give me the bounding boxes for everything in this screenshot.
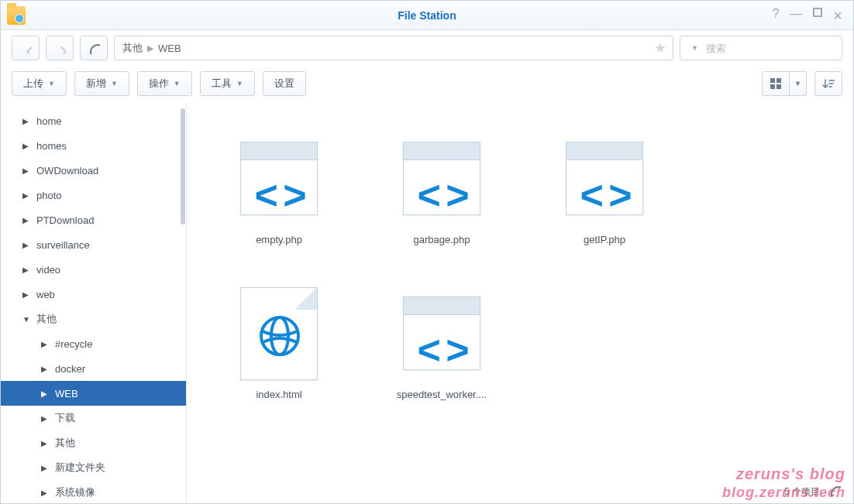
tree-item-新建文件夹[interactable]: ▶新建文件夹 bbox=[1, 455, 186, 480]
chevron-right-icon[interactable]: ▶ bbox=[41, 340, 49, 348]
view-dropdown-icon[interactable]: ▼ bbox=[790, 71, 807, 96]
file-station-window: File Station ? — × 其他 ▶ WEB ★ ▼ 上传▼ 新增▼ … bbox=[0, 0, 854, 504]
file-item[interactable]: < >empty.php bbox=[198, 113, 360, 268]
html-file-icon bbox=[236, 291, 322, 376]
chevron-right-icon[interactable]: ▶ bbox=[22, 266, 30, 274]
breadcrumb-separator: ▶ bbox=[147, 43, 153, 53]
tree-item-homes[interactable]: ▶homes bbox=[1, 133, 186, 158]
chevron-right-icon[interactable]: ▶ bbox=[22, 191, 30, 200]
window-title: File Station bbox=[1, 9, 853, 22]
settings-button[interactable]: 设置 bbox=[263, 71, 306, 96]
svg-rect-4 bbox=[770, 84, 775, 89]
tree-item-WEB[interactable]: ▶WEB bbox=[1, 381, 186, 406]
action-button[interactable]: 操作▼ bbox=[137, 71, 192, 96]
breadcrumb[interactable]: 其他 ▶ WEB ★ bbox=[114, 36, 673, 60]
svg-rect-3 bbox=[777, 78, 781, 83]
chevron-right-icon[interactable]: ▶ bbox=[22, 290, 30, 299]
file-name: speedtest_worker.... bbox=[397, 389, 487, 400]
breadcrumb-item[interactable]: 其他 bbox=[122, 41, 143, 55]
tree-item-下载[interactable]: ▶下载 bbox=[1, 406, 186, 430]
search-dropdown-icon[interactable]: ▼ bbox=[691, 44, 698, 52]
upload-button[interactable]: 上传▼ bbox=[12, 71, 67, 96]
toolbar: 上传▼ 新增▼ 操作▼ 工具▼ 设置 ▼ bbox=[1, 66, 853, 101]
chevron-right-icon[interactable]: ▶ bbox=[22, 216, 30, 225]
file-name: garbage.php bbox=[413, 234, 470, 245]
chevron-right-icon[interactable]: ▶ bbox=[22, 166, 30, 175]
file-item[interactable]: < >speedtest_worker.... bbox=[360, 268, 523, 423]
tree-item-home[interactable]: ▶home bbox=[1, 108, 186, 133]
tree-item-label: 系统镜像 bbox=[55, 485, 95, 499]
tree-item-label: OWDownload bbox=[36, 165, 98, 177]
chevron-right-icon[interactable]: ▶ bbox=[41, 389, 49, 398]
view-grid-icon[interactable] bbox=[762, 71, 790, 96]
body: ▶home▶homes▶OWDownload▶photo▶PTDownload▶… bbox=[1, 101, 853, 503]
code-file-icon: < > bbox=[562, 136, 647, 221]
tree-item-label: homes bbox=[36, 140, 67, 152]
search-input[interactable] bbox=[706, 43, 836, 54]
chevron-right-icon[interactable]: ▶ bbox=[41, 365, 49, 373]
tree-item-docker[interactable]: ▶docker bbox=[1, 356, 186, 381]
tree-item-label: WEB bbox=[55, 388, 78, 399]
tree-item-label: home bbox=[36, 115, 62, 127]
tree-item-label: docker bbox=[55, 363, 85, 375]
tools-button[interactable]: 工具▼ bbox=[200, 71, 255, 96]
tree-item-label: 其他 bbox=[55, 436, 75, 450]
file-item[interactable]: < >garbage.php bbox=[360, 113, 523, 268]
breadcrumb-item[interactable]: WEB bbox=[158, 43, 181, 54]
tree-item-label: PTDownload bbox=[36, 214, 94, 226]
statusbar: 5 个项目 bbox=[784, 480, 853, 503]
chevron-right-icon[interactable]: ▶ bbox=[22, 117, 30, 125]
tree-item-label: photo bbox=[36, 190, 62, 201]
tree-item-label: surveillance bbox=[36, 239, 90, 251]
view-mode-button[interactable]: ▼ bbox=[762, 71, 807, 96]
refresh-icon[interactable] bbox=[829, 485, 841, 499]
back-button[interactable] bbox=[12, 36, 40, 60]
create-button[interactable]: 新增▼ bbox=[74, 71, 129, 96]
chevron-down-icon[interactable]: ▼ bbox=[22, 315, 30, 324]
svg-rect-2 bbox=[770, 78, 775, 83]
code-file-icon: < > bbox=[399, 136, 484, 221]
file-name: empty.php bbox=[256, 234, 302, 245]
tree-item-label: #recycle bbox=[55, 338, 92, 350]
tree-item-label: 下载 bbox=[55, 411, 75, 425]
tree-item-web[interactable]: ▶web bbox=[1, 282, 186, 307]
tree-item-surveillance[interactable]: ▶surveillance bbox=[1, 232, 186, 257]
tree-item-OWDownload[interactable]: ▶OWDownload bbox=[1, 158, 186, 183]
file-name: getIP.php bbox=[584, 234, 625, 245]
code-file-icon: < > bbox=[399, 291, 484, 376]
tree-item-label: web bbox=[36, 289, 55, 300]
search-box[interactable]: ▼ bbox=[680, 36, 842, 60]
tree-item-其他[interactable]: ▼其他 bbox=[1, 307, 186, 331]
tree-item-PTDownload[interactable]: ▶PTDownload bbox=[1, 207, 186, 232]
code-file-icon: < > bbox=[236, 136, 322, 221]
file-name: index.html bbox=[256, 389, 301, 400]
chevron-right-icon[interactable]: ▶ bbox=[41, 414, 49, 423]
svg-rect-5 bbox=[777, 84, 781, 89]
item-count: 5 个项目 bbox=[784, 485, 820, 499]
tree-item-label: 新建文件夹 bbox=[55, 461, 105, 475]
tree-item-系统镜像[interactable]: ▶系统镜像 bbox=[1, 480, 186, 503]
sidebar[interactable]: ▶home▶homes▶OWDownload▶photo▶PTDownload▶… bbox=[1, 102, 187, 503]
tree-item-label: video bbox=[36, 264, 60, 276]
forward-button[interactable] bbox=[46, 36, 74, 60]
sort-button[interactable] bbox=[814, 71, 842, 96]
file-item[interactable]: < >getIP.php bbox=[523, 113, 686, 268]
navbar: 其他 ▶ WEB ★ ▼ bbox=[1, 30, 853, 66]
file-item[interactable]: index.html bbox=[198, 268, 360, 423]
titlebar: File Station ? — × bbox=[1, 1, 853, 30]
chevron-right-icon[interactable]: ▶ bbox=[22, 142, 30, 150]
tree-item-label: 其他 bbox=[36, 312, 57, 326]
tree-item-其他[interactable]: ▶其他 bbox=[1, 430, 186, 455]
chevron-right-icon[interactable]: ▶ bbox=[41, 489, 49, 497]
chevron-right-icon[interactable]: ▶ bbox=[22, 241, 30, 249]
file-pane[interactable]: < >empty.php< >garbage.php< >getIP.phpin… bbox=[187, 102, 853, 503]
tree-item-#recycle[interactable]: ▶#recycle bbox=[1, 331, 186, 356]
chevron-right-icon[interactable]: ▶ bbox=[41, 464, 49, 472]
tree-item-photo[interactable]: ▶photo bbox=[1, 183, 186, 207]
refresh-button[interactable] bbox=[80, 36, 108, 60]
tree-item-video[interactable]: ▶video bbox=[1, 257, 186, 282]
chevron-right-icon[interactable]: ▶ bbox=[41, 439, 49, 447]
favorite-icon[interactable]: ★ bbox=[654, 39, 666, 57]
